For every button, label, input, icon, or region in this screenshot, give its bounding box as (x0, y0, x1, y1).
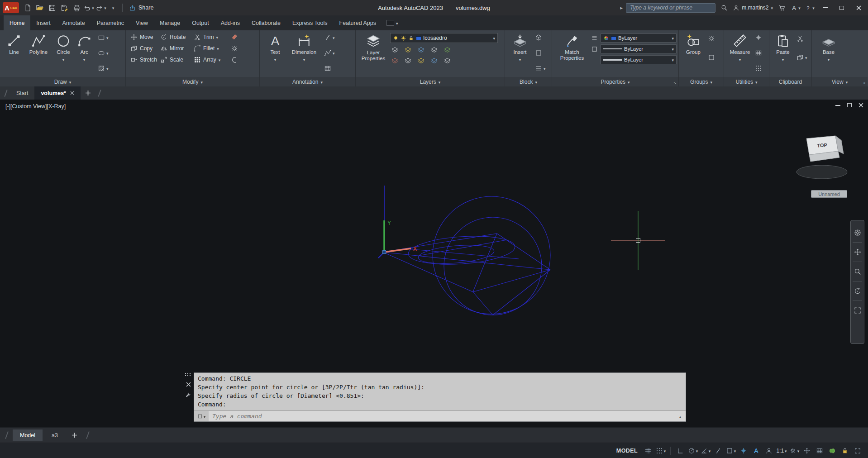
cart-icon[interactable] (776, 2, 787, 13)
view-name-badge[interactable]: Unnamed (811, 190, 847, 198)
layer-isolate-tool-icon[interactable] (404, 46, 412, 54)
tab-featured-apps[interactable]: Featured Apps (334, 15, 382, 30)
ortho-toggle[interactable] (674, 445, 686, 456)
layer-off-tool-icon[interactable] (391, 46, 399, 54)
dimension-button[interactable]: Dimension (289, 31, 320, 62)
tab-parametric[interactable]: Parametric (91, 15, 130, 30)
tab-layout-a3[interactable]: a3 (48, 429, 62, 441)
qat-customize-button[interactable] (108, 2, 119, 13)
hardware-acceleration-toggle[interactable] (826, 445, 838, 456)
model-space-indicator[interactable]: MODEL (616, 448, 638, 454)
join-button[interactable] (231, 56, 243, 63)
move-button[interactable]: Move (130, 33, 160, 41)
open-file-button[interactable] (34, 2, 45, 13)
panel-label-view[interactable]: View» (812, 77, 868, 86)
autodesk-app-button[interactable] (790, 2, 801, 13)
layer-freeze-tool-icon[interactable] (417, 46, 425, 54)
group-edit-button[interactable] (708, 54, 715, 61)
isolate-objects-toggle[interactable] (839, 445, 851, 456)
showmotion-icon[interactable] (851, 301, 864, 320)
tab-view[interactable]: View (130, 15, 154, 30)
polyline-button[interactable]: Polyline (25, 31, 52, 55)
user-menu[interactable]: m.martins2 (733, 5, 773, 11)
orbit-icon[interactable] (851, 281, 864, 301)
group-button[interactable]: Group (682, 31, 704, 55)
zoom-icon[interactable] (851, 262, 864, 281)
base-view-button[interactable]: Base (817, 31, 840, 62)
panel-label-draw[interactable]: Draw (0, 77, 125, 86)
annotation-monitor-toggle[interactable] (801, 445, 813, 456)
object-color-dropdown[interactable]: ByLayer (601, 33, 677, 43)
command-expand-icon[interactable] (675, 413, 686, 420)
ribbon-overflow-icon[interactable]: » (863, 81, 866, 85)
paste-button[interactable]: Paste (773, 31, 793, 62)
array-button[interactable]: Array (194, 56, 231, 63)
object-snap-tracking-toggle[interactable] (712, 445, 724, 456)
palette-customize-icon[interactable] (185, 392, 191, 398)
layer-properties-button[interactable]: Layer Properties (359, 32, 387, 61)
stretch-button[interactable]: Stretch (130, 56, 160, 63)
ellipse-button[interactable] (98, 49, 109, 57)
panel-label-clipboard[interactable]: Clipboard (769, 77, 811, 86)
dynamic-input-toggle[interactable] (738, 445, 749, 456)
panel-label-properties[interactable]: Properties↘ (552, 77, 678, 86)
minimize-button[interactable] (818, 1, 832, 14)
block-attributes-button[interactable] (535, 65, 546, 72)
new-file-button[interactable] (22, 2, 33, 13)
tab-model[interactable]: Model (13, 429, 43, 441)
save-button[interactable] (47, 2, 57, 13)
copy-clip-button[interactable] (796, 54, 807, 61)
full-navigation-wheel-icon[interactable] (851, 223, 864, 242)
isodraft-toggle[interactable] (700, 445, 711, 456)
new-layout-button[interactable] (67, 432, 82, 438)
ungroup-button[interactable] (708, 35, 715, 42)
grid-toggle[interactable] (642, 445, 654, 456)
panel-label-annotation[interactable]: Annotation (260, 77, 355, 86)
help-button[interactable] (804, 2, 815, 13)
autoscale-toggle[interactable] (763, 445, 775, 456)
search-input[interactable] (626, 3, 715, 13)
drawing-canvas[interactable]: [-] [Custom View] [X-Ray] Y X (0, 100, 868, 427)
cut-button[interactable] (796, 35, 807, 42)
copy-button[interactable]: Copy (130, 45, 160, 52)
layer-unisolate-tool-icon[interactable] (391, 57, 399, 65)
close-tab-icon[interactable] (70, 91, 74, 95)
properties-dialog-launcher[interactable]: ↘ (673, 81, 677, 85)
layer-match-tool-icon[interactable] (444, 46, 451, 54)
insert-block-button[interactable]: Insert (509, 31, 531, 62)
panel-label-modify[interactable]: Modify (126, 77, 259, 86)
command-palette-grip[interactable] (183, 372, 194, 422)
tab-start[interactable]: Start (10, 86, 34, 100)
tab-manage[interactable]: Manage (154, 15, 186, 30)
match-properties-button[interactable]: Match Properties (556, 31, 588, 61)
maximize-button[interactable] (835, 1, 849, 14)
new-drawing-button[interactable] (81, 86, 95, 100)
command-history[interactable]: Command: CIRCLE Specify center point for… (194, 373, 686, 410)
panel-label-block[interactable]: Block (505, 77, 552, 86)
text-button[interactable]: Text (264, 31, 286, 62)
redo-button[interactable] (95, 2, 106, 13)
annotation-scale-dropdown[interactable]: 1:1 (776, 445, 787, 456)
units-toggle[interactable] (814, 445, 825, 456)
tab-addins[interactable]: Add-ins (215, 15, 246, 30)
command-input[interactable] (209, 413, 675, 420)
quick-select-button[interactable] (755, 34, 762, 41)
close-button[interactable] (852, 1, 865, 14)
search-icon[interactable] (719, 2, 730, 13)
save-as-button[interactable] (59, 2, 70, 13)
tab-output[interactable]: Output (186, 15, 215, 30)
tab-express-tools[interactable]: Express Tools (286, 15, 334, 30)
object-snap-toggle[interactable] (725, 445, 737, 456)
command-recent-icon[interactable] (194, 411, 209, 421)
lineweight-dropdown[interactable]: ByLayer (601, 55, 677, 64)
layer-lock-tool-icon[interactable] (430, 46, 438, 54)
clean-screen-toggle[interactable] (852, 445, 863, 456)
viewcube[interactable]: TOP (788, 127, 856, 186)
annotation-visibility-toggle[interactable] (750, 445, 762, 456)
line-button[interactable]: Line (4, 31, 24, 55)
tab-home[interactable]: Home (4, 15, 30, 30)
quick-calc-button[interactable] (755, 49, 762, 57)
tab-drawing-volumes[interactable]: volumes* (34, 86, 81, 100)
linetype-dropdown[interactable]: ByLayer (601, 44, 677, 53)
layer-dropdown[interactable]: Icosaedro (390, 33, 498, 43)
